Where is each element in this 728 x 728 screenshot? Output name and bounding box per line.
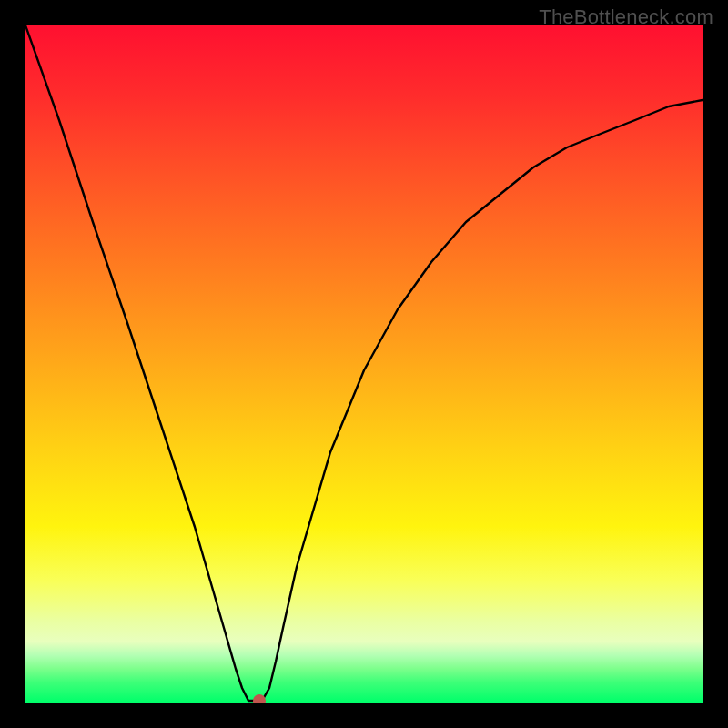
plot-area — [25, 25, 703, 703]
watermark-text: TheBottleneck.com — [539, 5, 713, 29]
bottleneck-curve — [25, 25, 703, 703]
curve-path — [25, 25, 703, 701]
chart-stage: TheBottleneck.com — [0, 0, 728, 728]
